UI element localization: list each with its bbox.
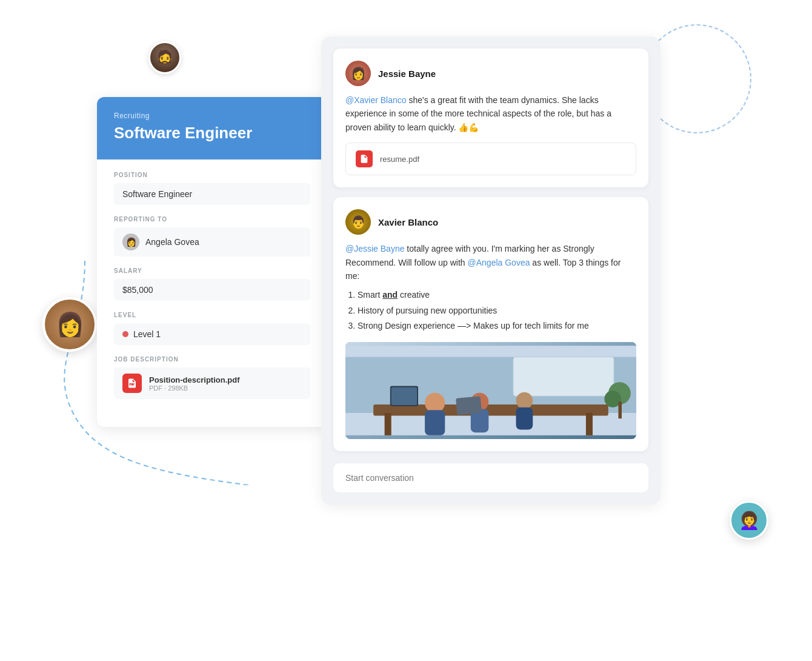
message-2-list: Smart and creative History of pursuing n… (355, 287, 636, 334)
pdf-filename: Position-description.pdf (149, 375, 240, 384)
office-illustration (345, 342, 636, 439)
job-description-attachment[interactable]: Position-description.pdf PDF · 298KB (114, 367, 310, 399)
svg-point-6 (425, 393, 445, 413)
reporting-to-avatar: 👩 (122, 233, 139, 250)
resume-pdf-icon (356, 150, 373, 167)
job-card: Recruiting Software Engineer POSITION So… (97, 97, 327, 427)
svg-rect-5 (586, 413, 593, 435)
office-image (345, 342, 636, 439)
office-scene-bg (345, 342, 636, 439)
svg-rect-15 (456, 396, 482, 415)
job-card-header: Recruiting Software Engineer (97, 97, 327, 159)
message-1-body: @Xavier Blanco she's a great fit with th… (345, 93, 636, 134)
svg-rect-7 (425, 410, 445, 435)
level-text: Level 1 (133, 329, 161, 339)
mention-xavier: @Xavier Blanco (345, 95, 407, 105)
message-1-header: 👩 Jessie Bayne (345, 61, 636, 86)
message-2-header: 👨 Xavier Blanco (345, 209, 636, 235)
recruiting-label: Recruiting (114, 112, 310, 120)
reporting-to-field: REPORTING TO 👩 Angela Govea (114, 216, 310, 257)
level-field: LEVEL Level 1 (114, 312, 310, 345)
resume-filename: resume.pdf (380, 155, 419, 164)
job-card-body: POSITION Software Engineer REPORTING TO … (97, 159, 327, 427)
pdf-info: Position-description.pdf PDF · 298KB (149, 375, 240, 392)
avatar-left-float: 👩 (42, 297, 97, 352)
level-label: LEVEL (114, 312, 310, 318)
resume-pdf-svg (359, 154, 369, 164)
main-scene: 🧔 👩 👩‍🦱 Recruiting Software Engineer POS… (0, 0, 812, 661)
job-description-label: JOB DESCRIPTION (114, 356, 310, 363)
chat-message-1: 👩 Jessie Bayne @Xavier Blanco she's a gr… (333, 49, 648, 187)
svg-rect-18 (618, 401, 622, 418)
position-label: POSITION (114, 172, 310, 178)
mention-jessie: @Jessie Bayne (345, 244, 404, 253)
pdf-icon (122, 374, 142, 393)
job-description-field: JOB DESCRIPTION Position-description.pdf… (114, 356, 310, 399)
salary-field: SALARY $85,000 (114, 267, 310, 301)
salary-value: $85,000 (114, 279, 310, 301)
reporting-to-name: Angela Govea (145, 237, 199, 247)
xavier-sender-name: Xavier Blanco (378, 217, 438, 227)
avatar-top-float: 🧔 (148, 41, 181, 74)
reporting-to-label: REPORTING TO (114, 216, 310, 223)
position-field: POSITION Software Engineer (114, 172, 310, 205)
svg-rect-2 (513, 357, 614, 397)
reporting-to-value: 👩 Angela Govea (114, 227, 310, 257)
svg-rect-11 (516, 408, 533, 430)
mention-angela: @Angela Govea (468, 258, 530, 267)
resume-attachment[interactable]: resume.pdf (345, 143, 636, 175)
level-indicator-dot (122, 331, 128, 337)
avatar-right-float: 👩‍🦱 (730, 501, 768, 540)
level-value: Level 1 (114, 323, 310, 345)
list-item-1-emphasis: and (382, 290, 398, 300)
svg-point-10 (516, 392, 533, 409)
list-item-2: History of pursuing new opportunities (358, 303, 636, 318)
position-value: Software Engineer (114, 183, 310, 205)
salary-label: SALARY (114, 267, 310, 274)
list-item-1: Smart and creative (358, 287, 636, 303)
pdf-svg-icon (127, 378, 138, 389)
job-title: Software Engineer (114, 124, 310, 143)
pdf-metadata: PDF · 298KB (149, 384, 240, 392)
svg-rect-13 (391, 387, 417, 405)
message-2-body: @Jessie Bayne totally agree with you. I'… (345, 242, 636, 439)
xavier-avatar: 👨 (345, 209, 371, 235)
chat-message-2: 👨 Xavier Blanco @Jessie Bayne totally ag… (333, 197, 648, 451)
start-conversation-input[interactable] (333, 463, 648, 492)
svg-rect-4 (385, 413, 391, 435)
jessie-sender-name: Jessie Bayne (378, 69, 436, 79)
jessie-avatar: 👩 (345, 61, 371, 86)
chat-panel: 👩 Jessie Bayne @Xavier Blanco she's a gr… (321, 36, 661, 505)
list-item-3: Strong Design experience —> Makes up for… (358, 318, 636, 334)
